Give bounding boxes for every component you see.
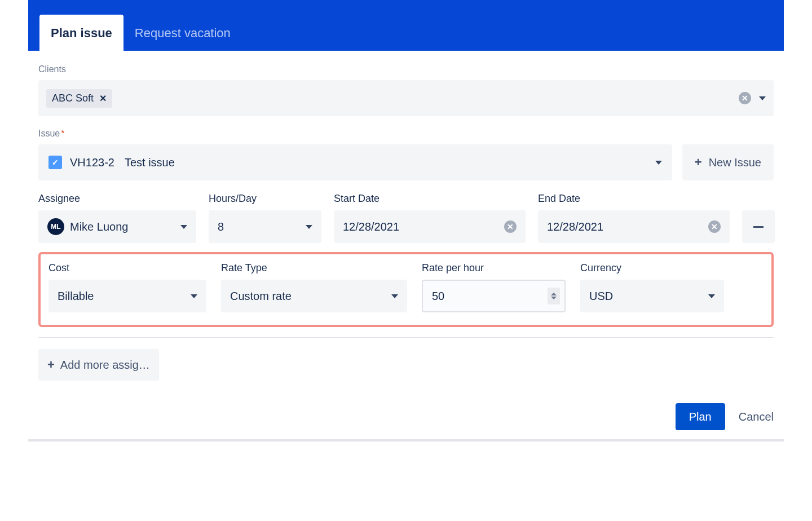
new-issue-button[interactable]: + New Issue: [682, 144, 774, 180]
tab-request-vacation[interactable]: Request vacation: [123, 15, 242, 51]
start-date-value: 12/28/2021: [343, 220, 399, 233]
rate-type-select[interactable]: Custom rate: [221, 280, 407, 312]
add-more-assignees-button[interactable]: + Add more assig…: [38, 349, 159, 381]
tab-plan-issue[interactable]: Plan issue: [39, 15, 123, 51]
plus-icon: +: [695, 155, 702, 170]
chevron-down-icon[interactable]: [655, 161, 662, 165]
rate-type-value: Custom rate: [230, 290, 292, 303]
issue-title: Test issue: [125, 156, 175, 169]
rate-per-hour-input[interactable]: 50: [422, 280, 566, 312]
client-tag: ABC Soft ✕: [46, 89, 112, 108]
issue-key: VH123-2: [70, 156, 114, 169]
minus-icon: [753, 226, 764, 228]
hours-day-value: 8: [218, 220, 224, 233]
new-issue-label: New Issue: [709, 156, 761, 169]
clear-icon[interactable]: ✕: [739, 92, 751, 104]
rate-per-hour-label: Rate per hour: [422, 262, 566, 274]
start-date-input[interactable]: 12/28/2021 ✕: [334, 210, 526, 243]
assignee-label: Assignee: [38, 193, 196, 205]
avatar: ML: [47, 218, 64, 235]
cost-label: Cost: [48, 262, 206, 274]
chevron-up-icon[interactable]: [551, 293, 557, 295]
assignee-name: Mike Luong: [70, 220, 128, 233]
clients-field: Clients ABC Soft ✕ ✕: [38, 64, 774, 116]
hours-day-select[interactable]: 8: [209, 210, 321, 243]
assignment-row: Assignee ML Mike Luong Hours/Day 8 Start…: [38, 193, 774, 243]
cost-section-highlight: Cost Billable Rate Type Custom rate Rate…: [38, 252, 774, 327]
currency-label: Currency: [580, 262, 724, 274]
footer: Plan Cancel: [28, 386, 784, 439]
task-icon: ✓: [48, 156, 62, 169]
tabs-bar: Plan issue Request vacation: [28, 0, 784, 51]
remove-row-button[interactable]: [742, 210, 775, 243]
client-tag-label: ABC Soft: [52, 92, 94, 104]
cancel-button[interactable]: Cancel: [739, 410, 774, 423]
chevron-down-icon[interactable]: [708, 294, 715, 298]
clear-icon[interactable]: ✕: [504, 220, 517, 233]
hours-day-label: Hours/Day: [209, 193, 321, 205]
chevron-down-icon[interactable]: [551, 297, 557, 299]
clients-input[interactable]: ABC Soft ✕ ✕: [38, 80, 774, 116]
end-date-label: End Date: [538, 193, 730, 205]
chevron-down-icon[interactable]: [191, 294, 197, 298]
issue-field: Issue* ✓ VH123-2 Test issue + New Issue: [38, 129, 774, 180]
currency-select[interactable]: USD: [580, 280, 724, 312]
rate-per-hour-value: 50: [432, 290, 444, 303]
clients-label: Clients: [38, 64, 774, 74]
bottom-edge: [28, 439, 784, 441]
chevron-down-icon[interactable]: [306, 225, 312, 229]
chevron-down-icon[interactable]: [759, 96, 766, 100]
rate-type-label: Rate Type: [221, 262, 407, 274]
add-more-label: Add more assig…: [60, 359, 150, 372]
cost-select[interactable]: Billable: [48, 280, 206, 312]
chevron-down-icon[interactable]: [391, 294, 398, 298]
plus-icon: +: [47, 357, 55, 372]
divider: [38, 337, 774, 338]
issue-select[interactable]: ✓ VH123-2 Test issue: [38, 144, 672, 180]
close-icon[interactable]: ✕: [99, 93, 107, 104]
chevron-down-icon[interactable]: [180, 225, 187, 229]
clear-icon[interactable]: ✕: [708, 220, 721, 233]
cost-value: Billable: [58, 290, 94, 303]
issue-label: Issue*: [38, 129, 774, 139]
required-indicator: *: [61, 129, 64, 138]
number-stepper[interactable]: [548, 288, 560, 304]
currency-value: USD: [589, 290, 613, 303]
end-date-input[interactable]: 12/28/2021 ✕: [538, 210, 730, 243]
assignee-select[interactable]: ML Mike Luong: [38, 210, 196, 243]
end-date-value: 12/28/2021: [547, 220, 603, 233]
plan-button[interactable]: Plan: [676, 403, 725, 430]
start-date-label: Start Date: [334, 193, 526, 205]
